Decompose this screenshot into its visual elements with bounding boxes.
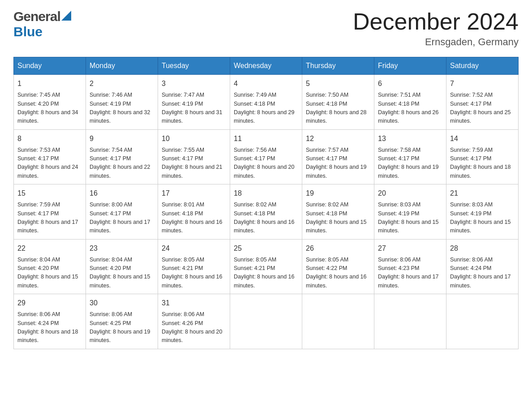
logo-blue-text: Blue [13, 24, 43, 39]
day-info: Sunrise: 8:05 AMSunset: 4:21 PMDaylight:… [162, 256, 226, 291]
header-sunday: Sunday [14, 57, 86, 75]
day-number: 12 [306, 133, 370, 144]
day-info: Sunrise: 8:06 AMSunset: 4:23 PMDaylight:… [378, 256, 442, 291]
day-number: 8 [17, 133, 82, 144]
day-info: Sunrise: 7:58 AMSunset: 4:17 PMDaylight:… [378, 146, 442, 181]
day-info: Sunrise: 8:03 AMSunset: 4:19 PMDaylight:… [450, 201, 515, 235]
logo: General Blue [13, 9, 72, 39]
day-info: Sunrise: 8:04 AMSunset: 4:20 PMDaylight:… [17, 256, 82, 291]
calendar-week-row: 29 Sunrise: 8:06 AMSunset: 4:24 PMDaylig… [14, 294, 519, 349]
header-monday: Monday [86, 57, 158, 75]
day-number: 23 [90, 243, 154, 254]
calendar-cell: 9 Sunrise: 7:54 AMSunset: 4:17 PMDayligh… [86, 129, 158, 184]
day-number: 14 [450, 133, 515, 144]
day-number: 19 [306, 188, 370, 199]
weekday-header-row: Sunday Monday Tuesday Wednesday Thursday… [14, 57, 519, 75]
calendar-cell: 28 Sunrise: 8:06 AMSunset: 4:24 PMDaylig… [446, 239, 519, 294]
day-info: Sunrise: 8:02 AMSunset: 4:18 PMDaylight:… [234, 201, 298, 235]
day-number: 6 [378, 78, 442, 89]
calendar-cell: 6 Sunrise: 7:51 AMSunset: 4:18 PMDayligh… [374, 75, 446, 130]
calendar-week-row: 22 Sunrise: 8:04 AMSunset: 4:20 PMDaylig… [14, 239, 519, 294]
day-info: Sunrise: 7:55 AMSunset: 4:17 PMDaylight:… [162, 146, 226, 181]
day-number: 18 [234, 188, 298, 199]
day-info: Sunrise: 8:05 AMSunset: 4:21 PMDaylight:… [234, 256, 298, 291]
header-friday: Friday [374, 57, 446, 75]
day-number: 1 [17, 78, 82, 89]
calendar-cell: 1 Sunrise: 7:45 AMSunset: 4:20 PMDayligh… [14, 75, 86, 130]
day-info: Sunrise: 7:54 AMSunset: 4:17 PMDaylight:… [90, 146, 154, 181]
day-info: Sunrise: 8:04 AMSunset: 4:20 PMDaylight:… [90, 256, 154, 291]
day-info: Sunrise: 7:49 AMSunset: 4:18 PMDaylight:… [234, 91, 298, 126]
day-number: 28 [450, 243, 515, 254]
day-number: 17 [162, 188, 226, 199]
day-number: 16 [90, 188, 154, 199]
calendar-cell: 7 Sunrise: 7:52 AMSunset: 4:17 PMDayligh… [446, 75, 519, 130]
calendar-cell: 11 Sunrise: 7:56 AMSunset: 4:17 PMDaylig… [230, 129, 302, 184]
calendar-cell: 3 Sunrise: 7:47 AMSunset: 4:19 PMDayligh… [158, 75, 230, 130]
calendar-cell: 18 Sunrise: 8:02 AMSunset: 4:18 PMDaylig… [230, 184, 302, 240]
logo-general-text: General [13, 9, 60, 24]
day-number: 20 [378, 188, 442, 199]
day-number: 2 [90, 78, 154, 89]
day-number: 4 [234, 78, 298, 89]
day-info: Sunrise: 7:59 AMSunset: 4:17 PMDaylight:… [17, 201, 82, 235]
day-info: Sunrise: 7:45 AMSunset: 4:20 PMDaylight:… [17, 91, 82, 126]
calendar-cell: 21 Sunrise: 8:03 AMSunset: 4:19 PMDaylig… [446, 184, 519, 240]
day-info: Sunrise: 8:03 AMSunset: 4:19 PMDaylight:… [378, 201, 442, 235]
day-number: 29 [17, 298, 82, 308]
day-info: Sunrise: 7:50 AMSunset: 4:18 PMDaylight:… [306, 91, 370, 126]
day-info: Sunrise: 8:06 AMSunset: 4:25 PMDaylight:… [90, 310, 154, 345]
month-title: December 2024 [353, 9, 519, 34]
svg-marker-0 [61, 11, 71, 21]
day-info: Sunrise: 7:46 AMSunset: 4:19 PMDaylight:… [90, 91, 154, 126]
calendar-cell: 2 Sunrise: 7:46 AMSunset: 4:19 PMDayligh… [86, 75, 158, 130]
logo-triangle-icon [61, 11, 71, 21]
day-number: 31 [162, 298, 226, 308]
day-info: Sunrise: 7:59 AMSunset: 4:17 PMDaylight:… [450, 146, 515, 181]
day-info: Sunrise: 7:52 AMSunset: 4:17 PMDaylight:… [450, 91, 515, 126]
calendar-cell: 29 Sunrise: 8:06 AMSunset: 4:24 PMDaylig… [14, 294, 86, 349]
day-number: 9 [90, 133, 154, 144]
header-tuesday: Tuesday [158, 57, 230, 75]
day-info: Sunrise: 8:05 AMSunset: 4:22 PMDaylight:… [306, 256, 370, 291]
calendar-cell [230, 294, 302, 349]
day-number: 7 [450, 78, 515, 89]
calendar-cell [446, 294, 519, 349]
header-wednesday: Wednesday [230, 57, 302, 75]
page-header: General Blue December 2024 Ernsgaden, Ge… [13, 9, 519, 48]
day-number: 22 [17, 243, 82, 254]
day-info: Sunrise: 8:06 AMSunset: 4:24 PMDaylight:… [17, 310, 82, 345]
calendar-cell [302, 294, 374, 349]
day-number: 30 [90, 298, 154, 308]
calendar-cell: 26 Sunrise: 8:05 AMSunset: 4:22 PMDaylig… [302, 239, 374, 294]
calendar-cell: 20 Sunrise: 8:03 AMSunset: 4:19 PMDaylig… [374, 184, 446, 240]
day-number: 11 [234, 133, 298, 144]
header-thursday: Thursday [302, 57, 374, 75]
day-info: Sunrise: 7:51 AMSunset: 4:18 PMDaylight:… [378, 91, 442, 126]
day-info: Sunrise: 8:06 AMSunset: 4:24 PMDaylight:… [450, 256, 515, 291]
day-info: Sunrise: 8:06 AMSunset: 4:26 PMDaylight:… [162, 310, 226, 345]
day-info: Sunrise: 8:01 AMSunset: 4:18 PMDaylight:… [162, 201, 226, 235]
calendar-cell: 13 Sunrise: 7:58 AMSunset: 4:17 PMDaylig… [374, 129, 446, 184]
day-number: 21 [450, 188, 515, 199]
day-info: Sunrise: 7:56 AMSunset: 4:17 PMDaylight:… [234, 146, 298, 181]
day-number: 24 [162, 243, 226, 254]
day-number: 25 [234, 243, 298, 254]
calendar-cell: 24 Sunrise: 8:05 AMSunset: 4:21 PMDaylig… [158, 239, 230, 294]
calendar-cell: 25 Sunrise: 8:05 AMSunset: 4:21 PMDaylig… [230, 239, 302, 294]
calendar-cell: 8 Sunrise: 7:53 AMSunset: 4:17 PMDayligh… [14, 129, 86, 184]
calendar-cell [374, 294, 446, 349]
day-number: 13 [378, 133, 442, 144]
day-number: 10 [162, 133, 226, 144]
calendar-cell: 10 Sunrise: 7:55 AMSunset: 4:17 PMDaylig… [158, 129, 230, 184]
calendar-week-row: 8 Sunrise: 7:53 AMSunset: 4:17 PMDayligh… [14, 129, 519, 184]
calendar-table: Sunday Monday Tuesday Wednesday Thursday… [13, 57, 519, 349]
day-number: 26 [306, 243, 370, 254]
calendar-cell: 30 Sunrise: 8:06 AMSunset: 4:25 PMDaylig… [86, 294, 158, 349]
day-info: Sunrise: 8:00 AMSunset: 4:17 PMDaylight:… [90, 201, 154, 235]
calendar-week-row: 1 Sunrise: 7:45 AMSunset: 4:20 PMDayligh… [14, 75, 519, 130]
calendar-cell: 4 Sunrise: 7:49 AMSunset: 4:18 PMDayligh… [230, 75, 302, 130]
calendar-cell: 22 Sunrise: 8:04 AMSunset: 4:20 PMDaylig… [14, 239, 86, 294]
calendar-cell: 5 Sunrise: 7:50 AMSunset: 4:18 PMDayligh… [302, 75, 374, 130]
calendar-cell: 14 Sunrise: 7:59 AMSunset: 4:17 PMDaylig… [446, 129, 519, 184]
